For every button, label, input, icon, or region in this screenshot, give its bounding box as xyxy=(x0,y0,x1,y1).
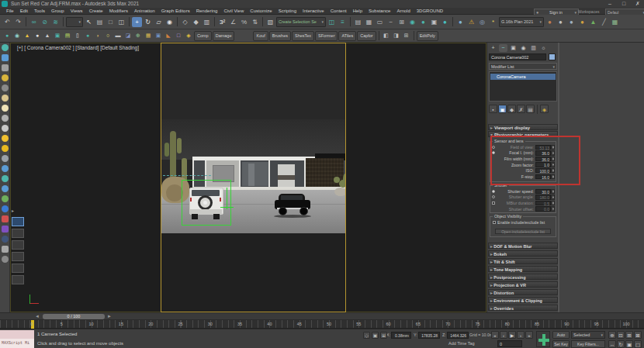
create-tab-icon[interactable]: + xyxy=(489,44,497,52)
cone-tool-icon[interactable]: ▲ xyxy=(43,31,52,40)
maximize-viewport-toggle-icon[interactable]: ▣ xyxy=(625,340,633,348)
modify-tab-icon[interactable]: ~ xyxy=(499,44,507,52)
blue-sphere-icon[interactable] xyxy=(2,185,9,192)
hierarchy-tab-icon[interactable]: ▣ xyxy=(509,44,518,52)
green-sphere-icon[interactable] xyxy=(2,195,9,202)
tree-tool-icon[interactable]: ▲ xyxy=(23,31,32,40)
plugin-preset-dropdown[interactable]: G.16b Plan 2021▾ xyxy=(499,17,544,27)
rectangular-selection-icon[interactable]: □ xyxy=(106,17,116,27)
angle-snap-icon[interactable]: ∠ xyxy=(228,17,238,27)
named-selection-set-dropdown[interactable]: Create Selection Se▾ xyxy=(276,17,326,27)
include-exclude-button[interactable]: Open include/exclude list xyxy=(495,229,551,234)
auto-key-button[interactable]: Auto Key xyxy=(552,331,570,339)
editpoly-button[interactable]: EditPoly xyxy=(417,31,438,41)
rollout-tone-mapping[interactable]: ▸ Tone Mapping xyxy=(488,266,558,272)
utilities-tab-icon[interactable]: ☼ xyxy=(539,44,548,52)
time-slider[interactable]: 0 / 100 xyxy=(43,314,105,319)
black-suv[interactable] xyxy=(274,194,311,219)
list-tool-icon[interactable]: ▤ xyxy=(63,31,72,40)
checkbox[interactable] xyxy=(491,201,496,205)
chamfer-tool-icon[interactable]: ◪ xyxy=(123,31,133,40)
maxscript-mini-listener[interactable]: MAXScript Mi xyxy=(0,339,34,348)
menu-content[interactable]: Content xyxy=(327,9,350,13)
spray-icon[interactable] xyxy=(2,74,9,81)
render-setup-icon[interactable]: ● xyxy=(418,17,428,27)
sun-icon[interactable] xyxy=(2,135,9,142)
fix-tool-icon[interactable]: ◣ xyxy=(164,31,173,40)
next-frame-button[interactable]: › xyxy=(517,331,525,339)
menu-substance[interactable]: Substance xyxy=(365,9,393,13)
radio-button[interactable] xyxy=(491,195,496,199)
wrench-icon[interactable]: ╱ xyxy=(599,17,609,27)
lock-tool-icon[interactable]: ◈ xyxy=(184,31,193,40)
panel-icon[interactable] xyxy=(2,64,9,71)
layout-tab-4[interactable] xyxy=(12,252,24,261)
menu-modifiers[interactable]: Modifiers xyxy=(106,9,131,13)
show-end-result-icon[interactable]: ▣ xyxy=(498,105,507,113)
render-iterative-icon[interactable]: ● xyxy=(455,17,466,27)
previous-frame-button[interactable]: ‹ xyxy=(500,331,507,339)
rollout-environment-clipping[interactable]: ▸ Environment & Clipping xyxy=(488,297,558,303)
split-quad-icon[interactable]: ⊞ xyxy=(402,31,411,40)
select-object-icon[interactable]: ↖ xyxy=(84,17,94,27)
dark-sphere-icon[interactable] xyxy=(2,236,9,243)
configure-sets-icon[interactable]: ▤ xyxy=(526,105,535,113)
teapot-copper-icon[interactable]: ● xyxy=(545,17,555,27)
spray-tool-icon[interactable]: ◉ xyxy=(12,31,22,40)
param-value-field[interactable]: 180.0 xyxy=(535,195,551,200)
atiles-button[interactable]: ATiles xyxy=(338,31,356,41)
cone-icon[interactable] xyxy=(2,125,9,132)
go-to-start-button[interactable]: « xyxy=(491,331,499,339)
field-of-view-icon[interactable]: ⊠ xyxy=(634,331,642,339)
drop-icon[interactable] xyxy=(2,175,9,182)
rollout-viewport-display[interactable]: ▸Viewport display xyxy=(488,124,558,130)
menu-views[interactable]: Views xyxy=(68,9,86,13)
layer-explorer-icon[interactable]: ▦ xyxy=(364,17,374,27)
menu-graph-editors[interactable]: Graph Editors xyxy=(158,9,193,13)
set-key-button[interactable]: Set Key xyxy=(552,340,570,348)
menu-customize[interactable]: Customize xyxy=(247,9,275,13)
menu-tools[interactable]: Tools xyxy=(31,9,48,13)
stack-item-coronacamera[interactable]: CoronaCamera xyxy=(490,74,556,80)
brushes-button[interactable]: Brushes xyxy=(269,31,291,41)
layout-tab-2[interactable] xyxy=(12,229,24,238)
layout-tab-1[interactable] xyxy=(12,217,24,226)
teapot-gray-icon[interactable]: ● xyxy=(556,17,566,27)
split-right-icon[interactable]: ◨ xyxy=(392,31,401,40)
align-icon[interactable]: ≡ xyxy=(338,17,348,27)
photo-icon[interactable] xyxy=(2,54,9,61)
target-tool-icon[interactable]: ⊕ xyxy=(133,31,143,40)
isolate-view-icon[interactable]: ▢ xyxy=(634,340,642,348)
select-and-link-icon[interactable]: ∞ xyxy=(29,17,39,27)
viewport-label[interactable]: [+] [ Corona Camera002 ] [Standard] [Def… xyxy=(17,45,139,50)
ribbon-icon[interactable]: ▭ xyxy=(375,17,385,27)
maximize-button[interactable]: □ xyxy=(618,0,630,8)
camera-safe-frame[interactable] xyxy=(161,43,346,312)
teapot-steel-icon[interactable]: ● xyxy=(566,17,576,27)
select-and-manipulate-icon[interactable]: ◆ xyxy=(191,17,201,27)
rollout-dof-motion-blur[interactable]: ▸ DOF & Motion Blur xyxy=(488,243,558,249)
damage-button[interactable]: Damage xyxy=(213,31,235,41)
menu-civil-view[interactable]: Civil View xyxy=(220,9,247,13)
pan-view-icon[interactable]: ↔ xyxy=(608,340,616,348)
menu-rendering[interactable]: Rendering xyxy=(193,9,221,13)
param-value-field[interactable]: 0.5 xyxy=(535,201,551,206)
layout-tab-5[interactable] xyxy=(12,264,24,273)
modifier-list-dropdown[interactable]: Modifier List▾ xyxy=(489,63,557,70)
teapot-gold-icon[interactable]: ● xyxy=(577,17,587,27)
checkbox[interactable] xyxy=(492,221,497,225)
grid-panel-icon[interactable]: ▦ xyxy=(610,17,620,27)
redo-icon[interactable]: ↷ xyxy=(13,17,23,27)
snaps-toggle-icon[interactable]: 3² xyxy=(217,17,227,27)
box-tool-icon[interactable]: ▣ xyxy=(53,31,62,40)
go-to-end-button[interactable]: » xyxy=(525,331,533,339)
spinner[interactable] xyxy=(551,206,555,212)
keyboard-override-icon[interactable]: ▥ xyxy=(202,17,212,27)
shestex-button[interactable]: ShesTex xyxy=(292,31,314,41)
layout-tab-3[interactable] xyxy=(12,240,24,250)
door-tool-icon[interactable]: ▯ xyxy=(73,31,82,40)
target-icon[interactable]: ◎ xyxy=(477,17,487,27)
fan-icon[interactable] xyxy=(2,155,9,162)
sformer-button[interactable]: SFormer xyxy=(315,31,338,41)
zoom-extents-icon[interactable]: ⊞ xyxy=(625,331,633,339)
